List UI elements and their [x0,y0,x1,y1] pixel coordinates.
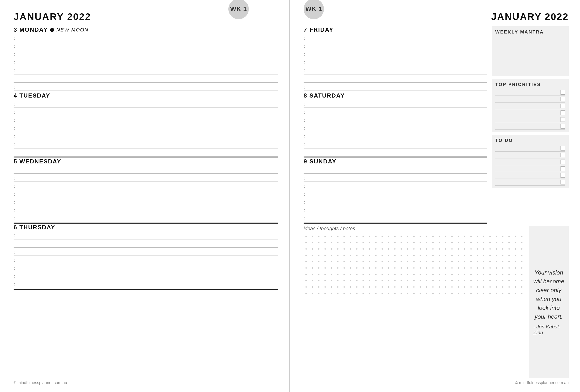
dot [337,286,338,288]
dot [401,280,402,281]
wednesday-line-6[interactable]: : [13,206,278,214]
todo-line-5[interactable] [495,172,565,179]
monday-line-5[interactable]: : [13,66,278,75]
tuesday-line-6[interactable]: : [13,140,278,148]
dot [420,261,421,262]
sunday-line-3[interactable]: : [303,182,487,190]
dot [483,293,484,294]
priority-checkbox-1[interactable] [561,90,565,95]
dot [502,286,503,288]
friday-line-4[interactable]: : [303,58,487,66]
priority-line-6[interactable] [495,123,565,130]
dot [337,255,338,256]
dot [515,242,516,243]
todo-line-3[interactable] [495,158,565,165]
dot [331,280,332,281]
monday-line-6[interactable]: : [13,75,278,83]
thursday-line-5[interactable]: : [13,264,278,272]
friday-line-3[interactable]: : [303,50,487,58]
sunday-line-4[interactable]: : [303,190,487,198]
thursday-line-1[interactable]: : [13,231,278,239]
priority-checkbox-3[interactable] [561,104,565,108]
friday-line-6[interactable]: : [303,75,487,83]
priority-checkbox-5[interactable] [561,117,565,122]
friday-line-5[interactable]: : [303,66,487,75]
dot [356,293,358,294]
saturday-line-7[interactable]: : [303,148,487,157]
todo-checkbox-5[interactable] [561,173,565,178]
wednesday-line-4[interactable]: : [13,190,278,198]
todo-checkbox-3[interactable] [561,160,565,164]
monday-line-7[interactable]: : [13,83,278,91]
tuesday-line-5[interactable]: : [13,132,278,140]
wednesday-line-5[interactable]: : [13,198,278,206]
wednesday-line-3[interactable]: : [13,182,278,190]
priority-checkbox-2[interactable] [561,97,565,101]
priority-checkbox-6[interactable] [561,124,565,129]
sunday-line-2[interactable]: : [303,174,487,182]
dot [426,236,427,237]
monday-line-2[interactable]: : [13,42,278,50]
dot [420,286,421,288]
dot [350,242,351,243]
friday-line-1[interactable]: : [303,34,487,42]
thursday-line-4[interactable]: : [13,256,278,264]
monday-line-4[interactable]: : [13,58,278,66]
todo-line-6[interactable] [495,179,565,186]
priority-line-1[interactable] [495,89,565,96]
priority-checkbox-4[interactable] [561,110,565,115]
wednesday-line-7[interactable]: : [13,214,278,222]
dot [489,267,491,269]
right-page: WK 1 JANUARY 2022 7 FRIDAY : : [290,0,580,392]
dot [502,255,503,256]
priority-line-3[interactable] [495,102,565,109]
todo-checkbox-1[interactable] [561,146,565,151]
thursday-line-7[interactable]: : [13,280,278,288]
todo-line-1[interactable] [495,145,565,152]
monday-line-3[interactable]: : [13,50,278,58]
sunday-line-5[interactable]: : [303,198,487,206]
tuesday-line-7[interactable]: : [13,148,278,157]
todo-line-4[interactable] [495,165,565,172]
saturday-line-2[interactable]: : [303,108,487,116]
dot [432,242,434,243]
dot [305,248,307,250]
sunday-line-7[interactable]: : [303,214,487,222]
dot [388,274,389,275]
priority-line-4[interactable] [495,109,565,116]
saturday-line-6[interactable]: : [303,140,487,148]
weekly-mantra-label: WEEKLY MANTRA [495,29,565,35]
tuesday-line-4[interactable]: : [13,124,278,132]
dot [394,255,396,256]
dot [375,286,377,288]
sunday-line-1[interactable]: : [303,165,487,174]
saturday-label: 8 SATURDAY [303,92,345,99]
wednesday-line-1[interactable]: : [13,165,278,174]
priority-line-5[interactable] [495,116,565,123]
dot [521,267,522,269]
thursday-line-3[interactable]: : [13,248,278,256]
todo-line-2[interactable] [495,152,565,158]
sunday-line-6[interactable]: : [303,206,487,214]
thursday-line-2[interactable]: : [13,239,278,248]
monday-line-1[interactable]: : [13,34,278,42]
right-branding: © mindfulnessplanner.com.au [303,378,569,385]
dot [382,286,383,288]
dot [426,261,427,262]
friday-line-2[interactable]: : [303,42,487,50]
wednesday-line-2[interactable]: : [13,174,278,182]
saturday-line-1[interactable]: : [303,99,487,108]
saturday-line-4[interactable]: : [303,124,487,132]
friday-line-7[interactable]: : [303,83,487,91]
dot [401,293,402,294]
todo-checkbox-4[interactable] [561,166,565,171]
todo-checkbox-2[interactable] [561,153,565,157]
tuesday-line-3[interactable]: : [13,116,278,124]
todo-checkbox-6[interactable] [561,180,565,185]
priority-line-2[interactable] [495,96,565,102]
thursday-line-6[interactable]: : [13,272,278,280]
tuesday-line-2[interactable]: : [13,108,278,116]
tuesday-line-1[interactable]: : [13,99,278,108]
saturday-line-5[interactable]: : [303,132,487,140]
saturday-line-3[interactable]: : [303,116,487,124]
